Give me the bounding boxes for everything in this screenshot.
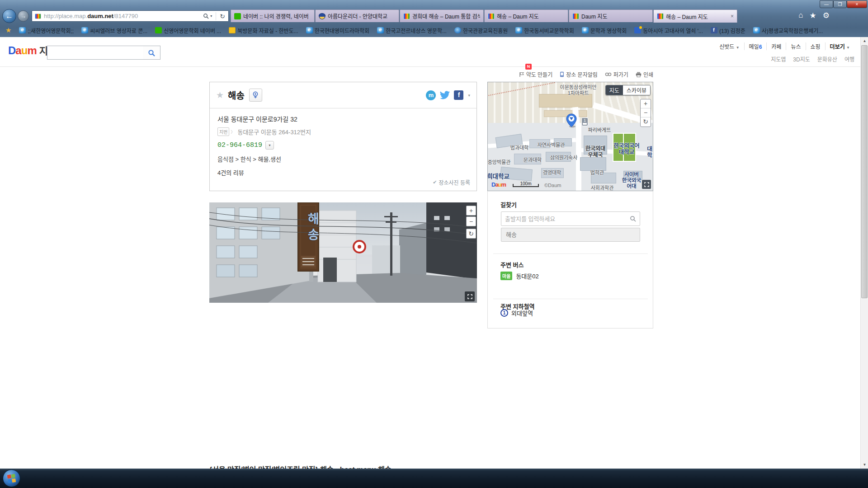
url-path: /8147790	[113, 13, 138, 19]
review-count-link[interactable]: 4건의 리뷰	[217, 168, 469, 177]
map-subnav: 지도앱 3D지도 문화유산 여행	[771, 55, 854, 63]
address-dropdown-icon[interactable]: ▾	[209, 14, 213, 18]
sidebar-divider	[493, 253, 648, 254]
mini-map[interactable]: 이문동삼성래미안 1차아파트 파리바게뜨 법과대학 자연사박물관 한국외대 우체…	[487, 82, 653, 191]
phone-dropdown-button[interactable]: ▾	[265, 141, 274, 150]
gnb-news[interactable]: 뉴스	[786, 42, 805, 50]
photo-zoom-in-button[interactable]: +	[466, 206, 476, 216]
tab-active-haesong[interactable]: 해송 – Daum 지도×	[653, 9, 737, 23]
subway-item[interactable]: 1 외대앞역	[500, 309, 533, 317]
subnav-travel[interactable]: 여행	[844, 55, 854, 63]
map-search-input[interactable]	[47, 46, 143, 59]
settings-gear-icon[interactable]: ⚙	[823, 11, 830, 20]
twitter-share-icon[interactable]	[439, 91, 450, 100]
sms-alert-button[interactable]: 장소 문자알림	[560, 70, 598, 78]
zoom-in-button[interactable]: +	[641, 99, 651, 108]
tab-daum-search[interactable]: 경희대 해송 – Daum 통합 검색	[400, 9, 484, 22]
gnb-label: 메일	[749, 44, 759, 50]
map-label: 자연사박물관	[538, 142, 565, 148]
favorite-item[interactable]: 한국관광교육진흥원	[454, 27, 508, 34]
windows-taskbar	[0, 469, 868, 488]
favorite-item[interactable]: 한국현대영미드라마학회	[306, 27, 369, 34]
directions-destination-field[interactable]: 해송	[501, 228, 640, 242]
shield-favicon	[319, 13, 326, 19]
favorite-item[interactable]: 문학과 영상학회	[582, 27, 627, 34]
roadview-button[interactable]	[249, 89, 262, 102]
map-zoom-controls: + − ↻	[640, 99, 651, 127]
map-button[interactable]: 지도	[606, 85, 623, 95]
favorites-star-icon[interactable]: ★	[810, 11, 816, 20]
zoom-out-button[interactable]: −	[641, 108, 651, 117]
map-refresh-button[interactable]: ↻	[641, 117, 651, 127]
gnb-more[interactable]: 더보기 ▼	[825, 42, 854, 50]
favorite-item[interactable]: 사)평생교육학점은행제기...	[753, 27, 823, 34]
map-search-button[interactable]	[143, 46, 160, 60]
refresh-icon[interactable]: ↻	[218, 13, 226, 20]
add-favorite-icon[interactable]: ★	[5, 26, 11, 34]
favorite-item[interactable]: ;;새한영어영문학회;;	[19, 27, 74, 34]
map-fullscreen-button[interactable]	[642, 180, 651, 189]
ie-favicon	[81, 27, 88, 33]
photo-rotate-button[interactable]: ↻	[466, 229, 476, 239]
directions-origin-input[interactable]	[505, 216, 630, 222]
favorite-item[interactable]: 신영어영문학회 네이버 ...	[155, 27, 221, 34]
tab-label: 아름다운리더 - 안양대학교	[328, 12, 396, 20]
address-bar[interactable]: http://place.map.daum.net/8147790 ▾ ↻	[32, 10, 229, 22]
print-button[interactable]: 인쇄	[636, 70, 653, 78]
minimize-button[interactable]: —	[820, 0, 833, 8]
subnav-3dmap[interactable]: 3D지도	[793, 55, 810, 63]
map-label: 대학	[647, 146, 652, 159]
tab-daum-map-1[interactable]: 해송 – Daum 지도	[484, 9, 568, 22]
search-icon[interactable]	[203, 13, 209, 19]
gnb-label: 더보기	[830, 44, 845, 50]
start-button[interactable]	[3, 469, 20, 487]
place-photo[interactable]	[209, 202, 477, 303]
subnav-heritage[interactable]: 문화유산	[817, 55, 837, 63]
gnb-shopping[interactable]: 쇼핑	[806, 42, 825, 50]
favorite-item[interactable]: 한국동서비교문학학회	[515, 27, 574, 34]
browser-chrome: — ❐ × ← → http://place.map.daum.net/8147…	[0, 0, 868, 37]
tab-label: 해송 – Daum 지도	[666, 13, 728, 20]
map-label: 이문동삼성래미안 1차아파트	[560, 84, 597, 96]
scroll-up-button[interactable]: ▲	[861, 37, 868, 45]
register-photo-link[interactable]: ✔ 장소사진 등록	[433, 178, 470, 186]
maximize-button[interactable]: ❐	[833, 0, 847, 8]
back-button[interactable]: ←	[2, 9, 16, 23]
tab-naver[interactable]: 네이버 :: 나의 경쟁력, 네이버	[231, 9, 315, 22]
map-label: 파리바게뜨	[588, 127, 611, 133]
tab-daum-map-2[interactable]: Daum 지도	[569, 9, 653, 22]
facebook-share-icon[interactable]: f	[454, 90, 463, 100]
me2day-share-icon[interactable]: m	[426, 90, 436, 100]
gnb-cafe[interactable]: 카페	[766, 42, 786, 50]
make-sketchmap-button[interactable]: 약도 만들기	[519, 70, 553, 78]
favorite-label: 한국고전르네상스 영문학...	[386, 27, 447, 34]
forward-button[interactable]: →	[18, 10, 29, 22]
favorite-item[interactable]: 한국고전르네상스 영문학...	[377, 27, 447, 34]
embed-button[interactable]: 퍼가기	[605, 70, 628, 78]
gnb-sinbad[interactable]: 신밧드 ▼	[715, 42, 744, 50]
bus-item[interactable]: 마을 동대문02	[500, 272, 539, 280]
favorite-item[interactable]: (13) 김정준	[711, 27, 745, 34]
home-icon[interactable]: ⌂	[798, 11, 803, 20]
daum-favicon	[572, 13, 579, 19]
subnav-mapapp[interactable]: 지도앱	[771, 55, 786, 63]
search-icon[interactable]	[630, 216, 636, 222]
photo-fullscreen-button[interactable]	[465, 291, 475, 301]
bookmark-star-icon[interactable]: ★	[216, 90, 224, 100]
favorite-item[interactable]: 북방문화 자료실 - 한반도...	[229, 27, 298, 34]
tab-anyang[interactable]: 아름다운리더 - 안양대학교	[315, 9, 399, 22]
gnb-mail[interactable]: 메일6	[744, 42, 767, 50]
share-more-caret-icon[interactable]: ▾	[468, 93, 470, 98]
scrollbar-thumb[interactable]	[861, 45, 868, 298]
map-search-box	[47, 46, 143, 60]
photo-zoom-out-button[interactable]: −	[466, 216, 476, 226]
favorite-item[interactable]: 씨씨엘러브 영상자료 콘...	[81, 27, 147, 34]
scroll-down-button[interactable]: ▼	[861, 461, 868, 469]
page-scrollbar[interactable]: ▲ ▼	[860, 37, 868, 469]
skyview-button[interactable]: 스카이뷰	[623, 85, 650, 95]
tab-close-icon[interactable]: ×	[728, 13, 734, 19]
favorite-item[interactable]: 동아시아 고대사의 열쇠 '...	[634, 27, 703, 34]
close-button[interactable]: ×	[847, 0, 867, 8]
place-name: 해송	[228, 89, 245, 102]
place-card-header: ★ 해송 m f ▾	[210, 82, 476, 108]
